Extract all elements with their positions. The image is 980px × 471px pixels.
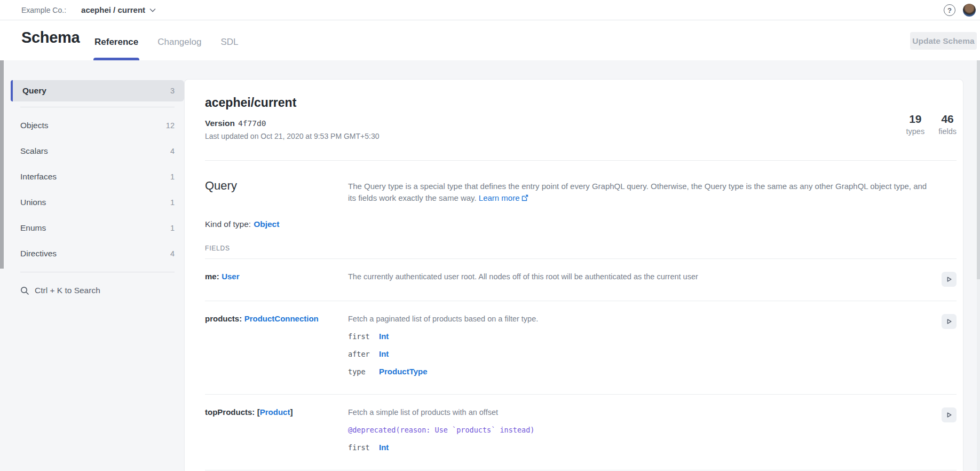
sidebar-item-objects[interactable]: Objects 12 bbox=[11, 113, 184, 138]
fields-section-label: FIELDS bbox=[205, 245, 957, 259]
field-name: topProducts: bbox=[205, 407, 255, 417]
tab-changelog[interactable]: Changelog bbox=[157, 20, 201, 60]
help-icon[interactable]: ? bbox=[944, 4, 955, 16]
argument-type-link[interactable]: Int bbox=[379, 443, 389, 452]
field-name: me: bbox=[205, 272, 219, 281]
external-link-icon bbox=[521, 194, 528, 201]
run-query-button[interactable] bbox=[942, 314, 957, 329]
version-hash: 4f77d0 bbox=[238, 119, 266, 128]
field-description: Fetch a simple list of products with an … bbox=[348, 407, 942, 417]
run-query-button[interactable] bbox=[942, 407, 957, 422]
graph-selector-label: acephei / current bbox=[81, 5, 145, 14]
search-hint-label: Ctrl + K to Search bbox=[35, 286, 100, 295]
graph-selector-dropdown[interactable]: acephei / current bbox=[81, 5, 156, 14]
type-count-badge: 3 bbox=[170, 87, 175, 95]
field-type-link[interactable]: User bbox=[222, 272, 239, 281]
content-area: Query 3 Objects 12 Scalars 4 Interfaces … bbox=[0, 60, 980, 471]
argument-type-link[interactable]: ProductType bbox=[379, 367, 428, 376]
argument-name: after bbox=[348, 350, 379, 358]
field-name: products: bbox=[205, 314, 242, 323]
sidebar-item-query[interactable]: Query 3 bbox=[11, 80, 184, 101]
user-avatar[interactable] bbox=[963, 4, 976, 17]
schema-stats: 19 types 46 fields bbox=[906, 113, 957, 136]
tab-sdl[interactable]: SDL bbox=[220, 20, 238, 60]
kind-value-link[interactable]: Object bbox=[254, 219, 279, 229]
type-count-badge: 4 bbox=[170, 147, 175, 155]
schema-header: Schema ReferenceChangelogSDL Update Sche… bbox=[0, 20, 980, 60]
field-args: first Int after Int type ProductType bbox=[348, 327, 942, 380]
stat-value: 19 bbox=[906, 113, 924, 125]
argument-type-link[interactable]: Int bbox=[379, 332, 389, 341]
play-icon bbox=[945, 275, 953, 284]
field-row: me: User The currently authenticated use… bbox=[205, 259, 957, 301]
stat-label: types bbox=[906, 127, 924, 136]
play-icon bbox=[945, 317, 953, 326]
top-bar: Example Co.: acephei / current ? bbox=[0, 0, 980, 20]
tab-reference[interactable]: Reference bbox=[94, 20, 138, 60]
field-description: Fetch a paginated list of products based… bbox=[348, 314, 942, 323]
sidebar-scrollbar[interactable] bbox=[0, 60, 4, 269]
field-args: first Int bbox=[348, 438, 942, 456]
type-count-badge: 1 bbox=[170, 198, 175, 207]
version-line: Version4f77d0 bbox=[205, 119, 957, 128]
run-query-button[interactable] bbox=[942, 272, 957, 287]
argument-name: first bbox=[348, 332, 379, 341]
stat-value: 46 bbox=[938, 113, 957, 125]
sidebar-item-scalars[interactable]: Scalars 4 bbox=[11, 138, 184, 164]
search-icon bbox=[20, 286, 29, 295]
argument-type-link[interactable]: Int bbox=[379, 349, 389, 358]
sidebar-item-interfaces[interactable]: Interfaces 1 bbox=[11, 164, 184, 190]
argument-row: first Int bbox=[348, 438, 942, 456]
page-title: Schema bbox=[21, 29, 80, 46]
sidebar-item-directives[interactable]: Directives 4 bbox=[11, 241, 184, 266]
version-label: Version bbox=[205, 119, 235, 128]
type-count-badge: 1 bbox=[170, 172, 175, 181]
field-description: The currently authenticated user root. A… bbox=[348, 272, 942, 281]
argument-name: type bbox=[348, 367, 379, 376]
graph-summary-header: acephei/current Version4f77d0 Last updat… bbox=[205, 80, 957, 161]
schema-reference-card: acephei/current Version4f77d0 Last updat… bbox=[184, 79, 963, 471]
stat: 46 fields bbox=[938, 113, 957, 136]
kind-of-type-line: Kind of type:Object bbox=[205, 219, 957, 229]
type-count-badge: 1 bbox=[170, 224, 175, 232]
main-scrollbar-thumb[interactable] bbox=[977, 60, 980, 279]
stat-label: fields bbox=[938, 127, 957, 136]
chevron-down-icon bbox=[149, 8, 156, 12]
sidebar-divider bbox=[20, 107, 175, 107]
field-type-link[interactable]: Product bbox=[260, 407, 290, 417]
deprecated-annotation: @deprecated(reason: Use `products` inste… bbox=[348, 426, 942, 434]
argument-row: first Int bbox=[348, 327, 942, 345]
learn-more-link[interactable]: Learn more bbox=[479, 193, 528, 202]
sidebar-item-unions[interactable]: Unions 1 bbox=[11, 190, 184, 215]
last-updated-label: Last updated on Oct 21, 2020 at 9:53 PM … bbox=[205, 132, 957, 140]
graph-title: acephei/current bbox=[205, 96, 957, 110]
update-schema-button[interactable]: Update Schema bbox=[910, 32, 977, 50]
search-trigger[interactable]: Ctrl + K to Search bbox=[11, 278, 184, 303]
stat: 19 types bbox=[906, 113, 924, 136]
type-section: Query The Query type is a special type t… bbox=[205, 161, 957, 470]
org-name-label: Example Co.: bbox=[21, 6, 66, 14]
sidebar-divider bbox=[20, 272, 175, 272]
argument-row: after Int bbox=[348, 345, 942, 363]
play-icon bbox=[945, 411, 953, 419]
field-type-link[interactable]: ProductConnection bbox=[244, 314, 319, 323]
type-description: The Query type is a special type that de… bbox=[348, 179, 935, 204]
sidebar-item-enums[interactable]: Enums 1 bbox=[11, 215, 184, 241]
argument-name: first bbox=[348, 443, 379, 452]
tab-bar: ReferenceChangelogSDL bbox=[94, 20, 239, 60]
field-row: topProducts: [Product] Fetch a simple li… bbox=[205, 395, 957, 470]
field-row: products: ProductConnection Fetch a pagi… bbox=[205, 301, 957, 395]
type-count-badge: 12 bbox=[166, 121, 175, 130]
schema-type-sidebar: Query 3 Objects 12 Scalars 4 Interfaces … bbox=[4, 60, 184, 471]
type-count-badge: 4 bbox=[170, 249, 175, 258]
type-name-heading: Query bbox=[205, 179, 348, 204]
argument-row: type ProductType bbox=[348, 363, 942, 380]
